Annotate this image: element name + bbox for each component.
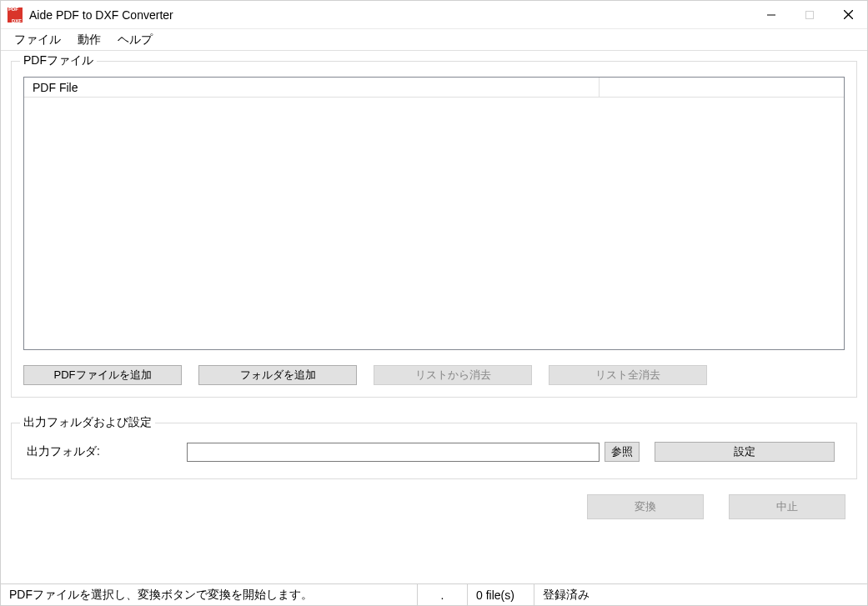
column-header-pdf-file[interactable]: PDF File: [24, 78, 600, 97]
pdf-button-row: PDFファイルを追加 フォルダを追加 リストから消去 リスト全消去: [23, 365, 845, 385]
client-area: PDFファイル PDF File PDFファイルを追加 フォルダを追加 リストか…: [1, 51, 867, 583]
pdf-file-list[interactable]: PDF File: [23, 77, 845, 350]
add-folder-button[interactable]: フォルダを追加: [198, 365, 357, 385]
app-window: Aide PDF to DXF Converter ファイル 動作 ヘルプ PD…: [0, 0, 868, 606]
window-controls: [752, 1, 867, 28]
remove-from-list-button: リストから消去: [374, 365, 532, 385]
stop-button: 中止: [729, 494, 845, 519]
action-row: 変換 中止: [11, 494, 857, 519]
menu-help[interactable]: ヘルプ: [109, 30, 161, 50]
output-folder-input[interactable]: [187, 443, 600, 462]
group-pdf-legend: PDFファイル: [20, 53, 97, 68]
status-progress: .: [418, 584, 468, 605]
clear-list-button: リスト全消去: [549, 365, 707, 385]
status-registration: 登録済み: [534, 584, 867, 605]
browse-button[interactable]: 参照: [605, 442, 640, 462]
output-row: 出力フォルダ: 参照 設定: [23, 442, 845, 462]
close-button[interactable]: [829, 1, 867, 28]
output-folder-label: 出力フォルダ:: [23, 444, 182, 459]
group-pdf-files: PDFファイル PDF File PDFファイルを追加 フォルダを追加 リストか…: [11, 61, 857, 398]
svg-rect-1: [806, 11, 814, 18]
column-header-empty: [600, 78, 844, 97]
minimize-button[interactable]: [752, 1, 790, 28]
app-icon: [8, 8, 23, 23]
add-pdf-button[interactable]: PDFファイルを追加: [23, 365, 182, 385]
group-output: 出力フォルダおよび設定 出力フォルダ: 参照 設定: [11, 423, 857, 479]
settings-button[interactable]: 設定: [655, 442, 835, 462]
window-title: Aide PDF to DXF Converter: [29, 8, 752, 22]
maximize-button: [790, 1, 829, 28]
statusbar: PDFファイルを選択し、変換ボタンで変換を開始します。 . 0 file(s) …: [1, 583, 867, 605]
menu-action[interactable]: 動作: [69, 30, 109, 50]
group-output-legend: 出力フォルダおよび設定: [20, 415, 155, 430]
file-list-header: PDF File: [24, 78, 844, 98]
convert-button: 変換: [587, 494, 704, 519]
titlebar: Aide PDF to DXF Converter: [1, 1, 867, 29]
menubar: ファイル 動作 ヘルプ: [1, 29, 867, 51]
status-file-count: 0 file(s): [468, 584, 534, 605]
menu-file[interactable]: ファイル: [6, 30, 69, 50]
status-message: PDFファイルを選択し、変換ボタンで変換を開始します。: [1, 584, 418, 605]
